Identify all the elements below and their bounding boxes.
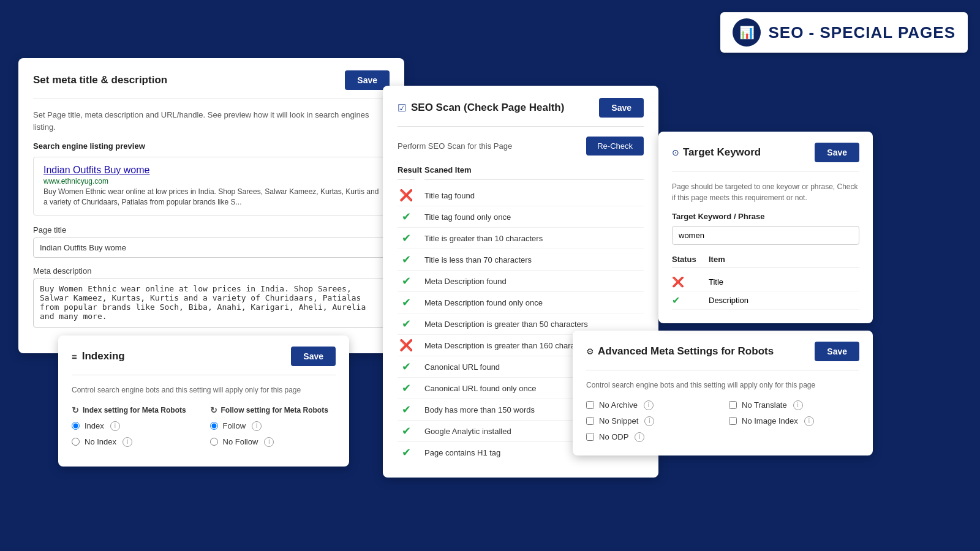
robots-title: Advanced Meta Settings for Robots <box>598 345 774 358</box>
seo-scan-title: SEO Scan (Check Page Health) <box>411 102 564 114</box>
no-odp-label: No ODP <box>599 432 628 441</box>
keyword-title: Target Keyword <box>683 146 761 159</box>
scan-result-row: ❌Title tag found <box>398 185 644 206</box>
no-archive-checkbox[interactable] <box>586 401 594 409</box>
no-image-index-checkbox[interactable] <box>729 417 737 425</box>
follow-col: ↻ Follow setting for Meta Robots Follow … <box>210 405 336 453</box>
scan-item-text: Title is greater than 10 characters <box>424 234 543 243</box>
serp-snippet: Buy Women Ethnic wear online at low pric… <box>43 187 379 208</box>
scan-result-icon: ❌ <box>398 189 415 202</box>
serp-preview: Indian Outfits Buy wome www.ethnicyug.co… <box>33 157 390 216</box>
scan-result-icon: ✔ <box>398 424 415 438</box>
seo-scan-header: ☑ SEO Scan (Check Page Health) Save <box>398 98 644 118</box>
scan-result-icon: ✔ <box>398 446 415 459</box>
no-translate-label: No Translate <box>742 400 787 410</box>
no-image-index-info-icon[interactable]: i <box>804 416 814 426</box>
robots-title-group: ⚙ Advanced Meta Settings for Robots <box>586 345 774 358</box>
scan-item-text: Page contains H1 tag <box>424 448 500 457</box>
keyword-header: ⊙ Target Keyword Save <box>672 143 859 162</box>
scan-item-text: Google Analytic installed <box>424 427 511 436</box>
index-col-label: Index setting for Meta Robots <box>83 406 186 414</box>
kw-description-item: Description <box>709 296 748 305</box>
page-title-label: Page title <box>33 225 390 234</box>
no-archive-info-icon[interactable]: i <box>644 400 654 410</box>
no-snippet-label: No Snippet <box>599 416 638 425</box>
page-title-input[interactable] <box>33 238 390 258</box>
scan-result-row: ✔Meta Description found only once <box>398 292 644 313</box>
index-info-icon[interactable]: i <box>110 421 120 431</box>
follow-label: Follow <box>223 421 246 430</box>
meta-save-button[interactable]: Save <box>345 70 390 90</box>
no-archive-label: No Archive <box>599 400 638 410</box>
follow-col-label: Follow setting for Meta Robots <box>221 406 328 414</box>
no-follow-radio-option: No Follow i <box>210 437 336 447</box>
no-translate-info-icon[interactable]: i <box>793 400 803 410</box>
card-target-keyword: ⊙ Target Keyword Save Page should be tar… <box>658 132 873 323</box>
checkbox-icon: ☑ <box>398 102 406 114</box>
no-image-index-option: No Image Index i <box>729 416 859 426</box>
no-snippet-checkbox[interactable] <box>586 417 594 425</box>
scan-result-icon: ✔ <box>398 360 415 373</box>
no-follow-radio[interactable] <box>210 438 218 446</box>
no-index-info-icon[interactable]: i <box>123 437 132 447</box>
no-translate-checkbox[interactable] <box>729 401 737 409</box>
no-translate-option: No Translate i <box>729 400 859 410</box>
follow-radio-option: Follow i <box>210 421 336 431</box>
recheck-button[interactable]: Re-Check <box>586 137 644 156</box>
index-radio-option: Index i <box>72 421 198 431</box>
scan-result-icon: ✔ <box>398 253 415 266</box>
header-title: SEO - SPECIAL PAGES <box>768 23 956 42</box>
item-col-header: Scaned Item <box>424 165 644 180</box>
scan-result-icon: ✔ <box>398 381 415 395</box>
card-meta-title: Set meta title & description Save Set Pa… <box>18 58 404 353</box>
indexing-title-group: ≡ Indexing <box>72 350 125 362</box>
perform-row: Perform SEO Scan for this Page Re-Check <box>398 137 644 156</box>
keyword-input[interactable] <box>672 226 859 245</box>
no-index-radio[interactable] <box>72 438 80 446</box>
no-image-index-label: No Image Index <box>742 416 798 425</box>
robots-header: ⚙ Advanced Meta Settings for Robots Save <box>586 342 859 361</box>
indexing-options: ↻ Index setting for Meta Robots Index i … <box>72 405 336 453</box>
robots-save-button[interactable]: Save <box>815 342 859 361</box>
meta-description-text: Set Page title, meta description and URL… <box>33 109 390 133</box>
result-col-header: Result <box>398 165 415 180</box>
scan-item-text: Meta Description found <box>424 277 507 286</box>
scan-result-row: ✔Meta Description found <box>398 271 644 292</box>
no-follow-info-icon[interactable]: i <box>264 437 274 447</box>
indexing-header: ≡ Indexing Save <box>72 347 336 366</box>
follow-radio[interactable] <box>210 422 218 430</box>
header-bar: 📊 SEO - SPECIAL PAGES <box>720 12 968 53</box>
card-indexing: ≡ Indexing Save Control search engine bo… <box>58 335 349 467</box>
no-odp-info-icon[interactable]: i <box>635 432 644 442</box>
index-radio[interactable] <box>72 422 80 430</box>
card-robots: ⚙ Advanced Meta Settings for Robots Save… <box>573 331 873 455</box>
scan-result-icon: ✔ <box>398 296 415 309</box>
kw-row-title: ❌ Title <box>672 273 859 291</box>
kw-title-item: Title <box>709 277 723 287</box>
header-icon: 📊 <box>733 18 761 47</box>
serp-title[interactable]: Indian Outfits Buy wome <box>43 165 379 176</box>
kw-row-description: ✔ Description <box>672 291 859 310</box>
index-col: ↻ Index setting for Meta Robots Index i … <box>72 405 198 453</box>
kw-title-status-icon: ❌ <box>672 276 709 288</box>
serp-preview-label: Search engine listing preview <box>33 141 390 151</box>
follow-info-icon[interactable]: i <box>252 421 262 431</box>
card-meta-header: Set meta title & description Save <box>33 70 390 90</box>
scan-result-row: ✔Title is greater than 10 characters <box>398 228 644 249</box>
meta-desc-group: Meta description <box>33 266 390 330</box>
indexing-save-button[interactable]: Save <box>291 347 336 366</box>
seo-save-button[interactable]: Save <box>599 98 644 118</box>
kw-description-status-icon: ✔ <box>672 294 709 306</box>
scan-result-row: ✔Title tag found only once <box>398 206 644 228</box>
no-odp-checkbox[interactable] <box>586 433 594 441</box>
scan-item-text: Meta Description is greater than 160 cha… <box>424 341 592 350</box>
kw-status-col-header: Status <box>672 255 709 264</box>
scan-item-text: Body has more than 150 words <box>424 405 535 414</box>
keyword-save-button[interactable]: Save <box>815 143 859 162</box>
meta-desc-textarea[interactable] <box>33 279 390 328</box>
kw-table-header: Status Item <box>672 255 859 268</box>
no-snippet-info-icon[interactable]: i <box>644 416 654 426</box>
keyword-desc: Page should be targeted to one keyowr or… <box>672 181 859 203</box>
serp-url: www.ethnicyug.com <box>43 177 379 186</box>
scan-item-text: Canonical URL found only once <box>424 384 536 393</box>
